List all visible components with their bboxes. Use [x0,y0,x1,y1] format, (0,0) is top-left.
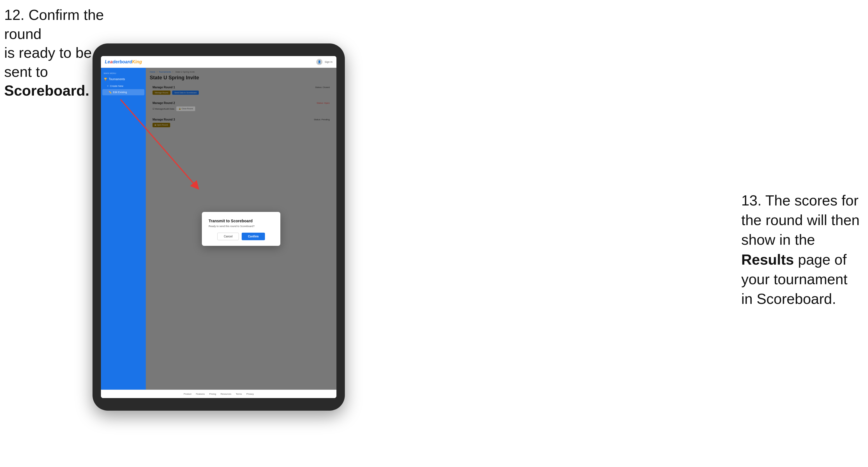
app-footer: Product Features Pricing Resources Terms… [101,390,336,398]
footer-privacy[interactable]: Privacy [246,393,254,395]
sidebar-item-create-new[interactable]: + Create New [101,83,146,89]
annotation-line3: Scoreboard. [4,83,89,99]
footer-resources[interactable]: Resources [221,393,231,395]
modal-cancel-button[interactable]: Cancel [217,233,239,240]
create-new-label: Create New [110,85,123,88]
edit-icon: ✏️ [108,91,112,94]
tablet-device: LeaderboardKing 👤 Sign In MAIN MENU 🏆 To… [93,43,345,411]
modal-buttons: Cancel Confirm [209,233,274,240]
annotation-results-bold: Results [741,251,794,268]
annotation-line1: 12. Confirm the round [4,7,104,42]
annotation-right-line5: your tournament [741,271,847,287]
footer-features[interactable]: Features [196,393,205,395]
trophy-icon: 🏆 [104,77,107,81]
annotation-right-line4rest: page of [794,251,847,268]
header-right: 👤 Sign In [316,59,333,65]
app-logo: LeaderboardKing [105,59,142,64]
modal-overlay: Transmit to Scoreboard Ready to send thi… [146,68,336,390]
sidebar-item-edit-existing[interactable]: ✏️ Edit Existing [102,89,145,95]
logo-accent: King [132,59,142,64]
footer-terms[interactable]: Terms [236,393,242,395]
modal-subtitle: Ready to send this round to Scoreboard? [209,225,274,228]
annotation-right-line6: in Scoreboard. [741,291,836,307]
footer-pricing[interactable]: Pricing [209,393,216,395]
edit-existing-label: Edit Existing [113,91,127,94]
sidebar-item-tournaments[interactable]: 🏆 Tournaments [101,75,146,83]
sidebar: MAIN MENU 🏆 Tournaments + Create New ✏️ … [101,68,146,390]
tournaments-label: Tournaments [109,77,125,81]
main-content: Home › Tournaments › State U Spring Invi… [146,68,336,390]
annotation-right: 13. The scores for the round will then s… [741,191,860,309]
app-body: MAIN MENU 🏆 Tournaments + Create New ✏️ … [101,68,336,390]
avatar: 👤 [316,59,322,65]
annotation-right-line1: 13. The scores for [741,192,859,209]
modal-confirm-button[interactable]: Confirm [242,233,265,240]
main-menu-label: MAIN MENU [101,71,146,75]
annotation-line2: is ready to be sent to [4,44,92,80]
tablet-screen: LeaderboardKing 👤 Sign In MAIN MENU 🏆 To… [101,56,336,398]
modal-box: Transmit to Scoreboard Ready to send thi… [202,212,280,246]
annotation-right-line3: show in the [741,231,815,248]
sign-in-button[interactable]: Sign In [325,61,333,63]
modal-title: Transmit to Scoreboard [209,219,274,223]
app-header: LeaderboardKing 👤 Sign In [101,56,336,68]
footer-product[interactable]: Product [184,393,191,395]
plus-icon: + [107,85,108,88]
app-container: LeaderboardKing 👤 Sign In MAIN MENU 🏆 To… [101,56,336,398]
annotation-right-line2: the round will then [741,212,860,228]
